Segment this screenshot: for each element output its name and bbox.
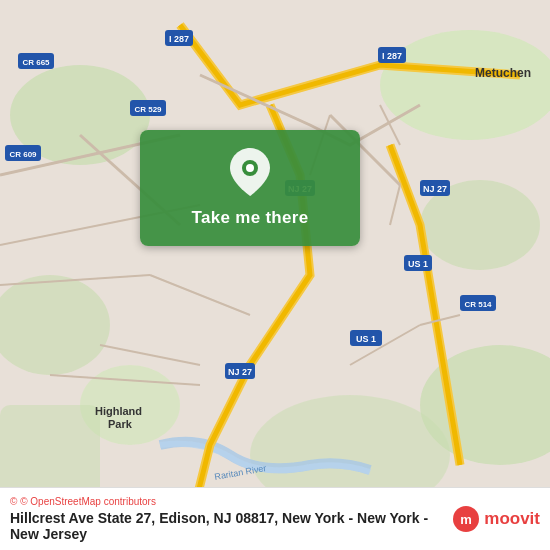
map-container: I 287 I 287 US 1 US 1 NJ 27 NJ 27 CR 665 [0, 0, 550, 550]
osm-credit-text: © OpenStreetMap contributors [20, 496, 156, 507]
moovit-logo-icon: m [452, 505, 480, 533]
svg-text:CR 665: CR 665 [22, 58, 50, 67]
bottom-bar: © © OpenStreetMap contributors Hillcrest… [0, 487, 550, 550]
svg-text:CR 609: CR 609 [9, 150, 37, 159]
take-me-there-overlay[interactable]: Take me there [140, 130, 360, 246]
svg-text:m: m [460, 512, 472, 527]
svg-text:CR 529: CR 529 [134, 105, 162, 114]
svg-text:NJ 27: NJ 27 [423, 184, 447, 194]
location-pin-icon [230, 148, 270, 196]
osm-credit-symbol: © [10, 496, 17, 507]
take-me-there-button[interactable]: Take me there [184, 204, 317, 232]
map-svg: I 287 I 287 US 1 US 1 NJ 27 NJ 27 CR 665 [0, 0, 550, 550]
svg-text:US 1: US 1 [408, 259, 428, 269]
svg-text:US 1: US 1 [356, 334, 376, 344]
osm-credit: © © OpenStreetMap contributors [10, 496, 442, 507]
svg-text:I 287: I 287 [169, 34, 189, 44]
svg-text:I 287: I 287 [382, 51, 402, 61]
moovit-logo: m moovit [452, 505, 540, 533]
bottom-left-content: © © OpenStreetMap contributors Hillcrest… [10, 496, 442, 542]
svg-text:Highland: Highland [95, 405, 142, 417]
svg-text:Park: Park [108, 418, 133, 430]
address-text: Hillcrest Ave State 27, Edison, NJ 08817… [10, 510, 442, 542]
map-background: I 287 I 287 US 1 US 1 NJ 27 NJ 27 CR 665 [0, 0, 550, 550]
svg-text:CR 514: CR 514 [464, 300, 492, 309]
svg-text:Metuchen: Metuchen [475, 66, 531, 80]
moovit-label: moovit [484, 509, 540, 529]
svg-text:NJ 27: NJ 27 [228, 367, 252, 377]
svg-point-49 [246, 164, 254, 172]
